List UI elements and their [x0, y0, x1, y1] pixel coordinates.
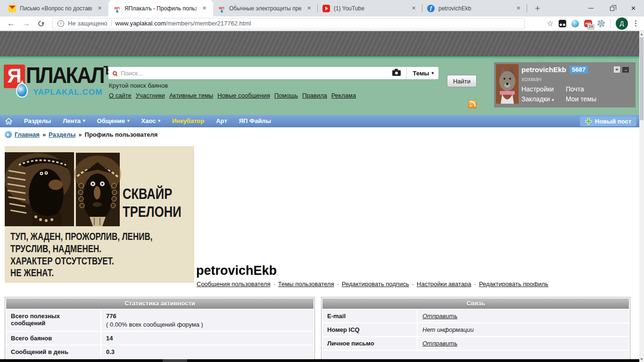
info-icon[interactable]: i	[58, 20, 64, 27]
back-button[interactable]: ←	[7, 19, 15, 27]
scroll-down-arrow-icon[interactable]	[639, 356, 644, 362]
link-avatar-settings[interactable]: Настройки аватара	[417, 280, 471, 288]
dot-separator: ·	[337, 280, 339, 288]
user-link-bookmarks[interactable]: Закладки ▾	[521, 95, 565, 103]
minimize-button[interactable]	[580, 0, 602, 16]
youtube-favicon-icon	[322, 5, 330, 12]
link-user-posts[interactable]: Сообщения пользователя	[197, 280, 271, 288]
tab-petrovichekb[interactable]: ƒ petrovichEkb ×	[422, 0, 527, 16]
chevron-down-icon: ▾	[127, 119, 130, 123]
user-link-mail[interactable]: Почта	[566, 85, 596, 93]
row-label: Всего баянов	[6, 332, 100, 345]
search-input[interactable]	[117, 67, 392, 79]
user-link-my-topics[interactable]: Мои темы	[566, 95, 596, 103]
tab-yaplakal-profile[interactable]: ЯП ЯПлакалъ - Профиль пользов ×	[108, 0, 213, 16]
browser-profile-avatar[interactable]: Д	[616, 17, 628, 30]
logout-icon[interactable]: →	[622, 67, 629, 73]
maximize-button[interactable]	[602, 0, 623, 16]
tab-close-icon[interactable]: ×	[305, 4, 313, 12]
yaplakal-favicon-icon: ЯП	[113, 5, 121, 12]
url-text: www.yaplakal.com/members/member217762.ht…	[116, 20, 251, 27]
breadcrumb-play-icon: ▶	[5, 131, 12, 138]
extension-drop-icon[interactable]	[571, 20, 579, 27]
image-search-camera-icon[interactable]	[392, 70, 401, 76]
nav-feed[interactable]: Лента▾	[63, 117, 85, 124]
extension-gear-icon[interactable]	[597, 20, 605, 27]
scroll-up-arrow-icon[interactable]	[639, 31, 644, 37]
reload-button[interactable]	[37, 19, 45, 27]
page-scrollbar[interactable]	[639, 31, 644, 362]
breadcrumb-separator: »	[78, 131, 82, 138]
link-edit-profile[interactable]: Редактировать профиль	[479, 280, 548, 288]
user-panel-username[interactable]: petrovichEkb	[521, 66, 566, 74]
tab-close-icon[interactable]: ×	[200, 4, 208, 12]
new-tab-button[interactable]: +	[531, 2, 544, 15]
search-tagline: Крутой поиск баянов	[109, 82, 168, 89]
search-scope-dropdown[interactable]: Темы▾	[407, 70, 438, 77]
browser-window: Письмо «Вопрос по доставке × ЯП ЯПлакалъ…	[0, 0, 644, 362]
link-about[interactable]: О сайте	[109, 92, 132, 99]
chevron-down-icon: ▾	[83, 119, 85, 123]
extension-eyes-icon[interactable]	[559, 20, 566, 27]
new-post-button[interactable]: Новый пост	[580, 116, 636, 126]
tab-close-icon[interactable]: ×	[514, 4, 522, 12]
row-value: 14	[101, 332, 314, 345]
nav-sections[interactable]: Разделы	[24, 117, 51, 124]
nav-art[interactable]: Арт	[216, 117, 227, 124]
adblock-extension-icon[interactable]: ABP29	[584, 20, 592, 27]
tab-youtube[interactable]: (1) YouTube ×	[318, 0, 422, 16]
row-label: E-mail	[322, 310, 417, 322]
link-new-posts[interactable]: Новые сообщения	[217, 92, 270, 99]
link-active-topics[interactable]: Активные темы	[169, 92, 213, 99]
plus-icon	[585, 118, 592, 125]
bookmark-star-icon[interactable]: ☆	[547, 19, 553, 28]
browser-menu-icon[interactable]	[633, 20, 638, 26]
rss-icon[interactable]	[468, 100, 477, 108]
link-rules[interactable]: Правила	[302, 92, 327, 99]
tab-close-icon[interactable]: ×	[410, 4, 418, 12]
user-avatar[interactable]	[496, 64, 519, 104]
close-window-button[interactable]: ×	[623, 0, 644, 16]
link-edit-signature[interactable]: Редактировать подпись	[342, 280, 409, 288]
add-widget-icon[interactable]: +	[614, 66, 620, 73]
logo-teardrop-icon	[16, 83, 28, 98]
tab-title: ЯПлакалъ - Профиль пользов	[124, 5, 197, 12]
forward-button[interactable]: →	[22, 19, 30, 27]
user-rating-badge[interactable]: 5687	[570, 66, 588, 74]
dot-separator: ·	[412, 280, 413, 288]
send-pm-link[interactable]: Отправить	[418, 337, 629, 350]
yaplakal-favicon-icon: ЯП	[218, 5, 225, 12]
toolbar-right: ☆ ABP29 Д	[547, 17, 644, 30]
nav-chaos[interactable]: Хаос▾	[141, 117, 160, 124]
site-logo[interactable]: Я ПЛАКАЛЪ YAPLAKAL.COM	[4, 63, 107, 103]
nav-yap-files[interactable]: ЯП Файлы	[239, 117, 271, 124]
browser-toolbar: ← → i Не защищено www.yaplakal.com/membe…	[0, 16, 644, 31]
table-row: Сообщений в день 0.3	[6, 346, 314, 358]
omnibox-divider	[111, 20, 112, 27]
nav-incubator[interactable]: Инкубатор	[172, 117, 204, 124]
search-submit-button[interactable]: Найти	[447, 75, 477, 87]
nav-chat[interactable]: Общение▾	[97, 117, 130, 124]
link-members[interactable]: Участники	[136, 92, 165, 99]
user-panel-icons: + →	[614, 66, 629, 73]
link-help[interactable]: Помощь	[274, 92, 298, 99]
send-email-link[interactable]: Отправить	[418, 310, 629, 322]
tab-close-icon[interactable]: ×	[96, 4, 104, 12]
contact-panel-title: Связь	[322, 298, 629, 309]
user-link-settings[interactable]: Настройки	[521, 85, 565, 93]
breadcrumb-sections[interactable]: Разделы	[49, 131, 75, 138]
breadcrumb-home[interactable]: Главная	[15, 131, 40, 138]
toolbar-divider	[610, 19, 611, 28]
ad-banner-placeholder	[0, 31, 644, 57]
stats-panel-title: Статистика активности	[6, 298, 314, 309]
tab-yaplakal-topic[interactable]: ЯП Обычные электрощиты прев ×	[213, 0, 318, 16]
address-bar[interactable]: i Не защищено www.yaplakal.com/members/m…	[52, 18, 525, 29]
home-icon[interactable]	[5, 118, 12, 124]
scrollbar-thumb[interactable]	[640, 37, 644, 120]
link-user-topics[interactable]: Темы пользователя	[278, 280, 334, 288]
user-panel-name-row: petrovichEkb 5687	[521, 66, 588, 74]
row-label: Личное письмо	[322, 337, 417, 350]
restore-icon	[610, 7, 614, 11]
link-ads[interactable]: Реклама	[331, 92, 356, 99]
tab-mail[interactable]: Письмо «Вопрос по доставке ×	[4, 0, 108, 16]
